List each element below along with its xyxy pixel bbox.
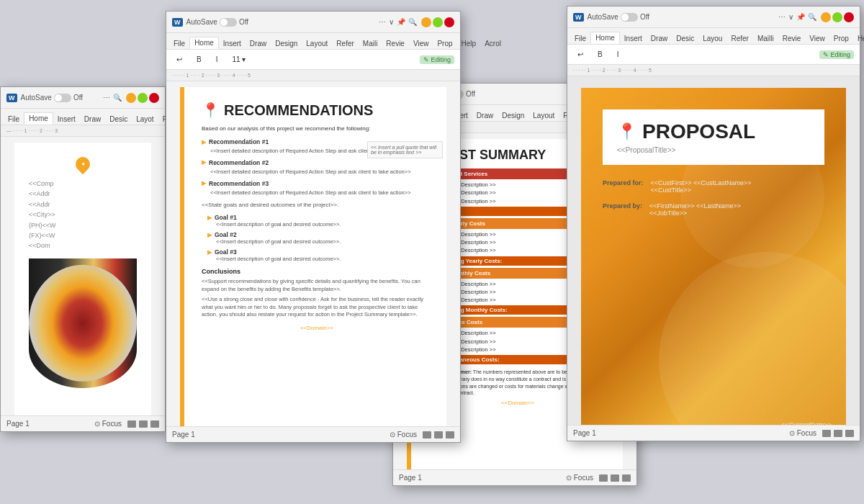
tab-insert-4[interactable]: Insert [620, 32, 647, 44]
dropdown-icon-2[interactable]: ∨ [389, 18, 394, 26]
view-icon-3a[interactable] [599, 474, 608, 482]
tab-design-1[interactable]: Desic [105, 113, 132, 125]
tab-file-2[interactable]: File [169, 37, 189, 49]
minimize-btn-4[interactable] [821, 12, 831, 22]
tab-review-2[interactable]: Revie [382, 37, 409, 49]
autosave-toggle-4[interactable] [621, 13, 638, 22]
view-icon-3c[interactable] [622, 474, 631, 482]
focus-btn-3[interactable]: ⊙ Focus [566, 474, 593, 482]
view-icon-1c[interactable] [150, 420, 159, 428]
goal1-item: ▶ Goal #1 <<Insert description of goal a… [207, 214, 432, 228]
status-bar-1: Page 1 ⊙ Focus [1, 415, 165, 431]
font-size-2[interactable]: 11 ▾ [228, 53, 250, 66]
ribbon-tools-4: ↩ B I ✎ Editing [567, 45, 860, 65]
tab-home-4[interactable]: Home [590, 32, 620, 44]
tab-view-2[interactable]: View [409, 37, 433, 49]
tab-file-4[interactable]: File [570, 32, 590, 44]
view-icon-2c[interactable] [446, 431, 454, 438]
undo-btn-4[interactable]: ↩ [573, 48, 588, 60]
search-icon-4[interactable]: 🔍 [808, 13, 816, 21]
view-icon-4a[interactable] [822, 430, 831, 437]
tab-refer-4[interactable]: Refer [726, 32, 752, 44]
tab-layout-2[interactable]: Layout [302, 37, 332, 49]
focus-btn-2[interactable]: ⊙ Focus [390, 431, 417, 438]
autosave-4: AutoSave Off [588, 13, 650, 22]
search-icon-2[interactable]: 🔍 [408, 18, 417, 26]
tab-file-1[interactable]: File [4, 113, 24, 125]
search-icon-1[interactable]: 🔍 [113, 94, 122, 102]
tab-draw-1[interactable]: Draw [80, 113, 105, 125]
tab-acro-2[interactable]: Acrol [480, 37, 505, 49]
expand-icon-1[interactable]: ⋯ [103, 94, 110, 102]
tab-layout-1[interactable]: Layot [132, 113, 158, 125]
autosave-toggle-1[interactable] [54, 94, 71, 102]
maximize-btn-1[interactable] [138, 93, 148, 103]
tab-insert-2[interactable]: Insert [219, 37, 246, 49]
view-icon-4b[interactable] [834, 430, 842, 437]
title-bar-1: W AutoSave Off ⋯ 🔍 [1, 87, 165, 109]
italic-btn-4[interactable]: I [613, 48, 624, 60]
doc-page-2: 📍 RECOMMENDATIONS Based on our analysis … [180, 87, 446, 426]
tab-insert-1[interactable]: Insert [53, 113, 80, 125]
doc-page-4: 📍 PROPOSAL <<ProposalTitle>> Prepared fo… [581, 88, 846, 425]
pull-quote-box: << Insert a pull quote that will be in e… [367, 141, 443, 158]
view-icon-2b[interactable] [434, 431, 443, 438]
minimize-btn-1[interactable] [126, 93, 136, 103]
rec3-section: ▶ Recommendation #3 <<Insert detailed de… [202, 180, 432, 197]
conclusions-title: Conclusions [202, 268, 432, 275]
pin-icon-4[interactable]: 📌 [796, 13, 805, 21]
tab-design-4[interactable]: Desic [672, 32, 698, 44]
tab-refer-2[interactable]: Refer [332, 37, 358, 49]
tab-mail-2[interactable]: Maili [359, 37, 382, 49]
word-window-1[interactable]: W AutoSave Off ⋯ 🔍 File Home Insert Draw… [0, 86, 166, 432]
tab-home-2[interactable]: Home [189, 37, 219, 49]
undo-btn-2[interactable]: ↩ [172, 53, 186, 66]
word-window-4[interactable]: W AutoSave Off ⋯ ∨ 📌 🔍 File Home Insert … [567, 6, 860, 441]
pin-icon-2[interactable]: 📌 [397, 18, 405, 26]
view-icon-4c[interactable] [845, 430, 854, 437]
minimize-btn-2[interactable] [421, 17, 431, 27]
expand-icon-2[interactable]: ⋯ [379, 18, 386, 26]
tab-layout-4[interactable]: Layou [698, 32, 726, 44]
tab-view-4[interactable]: View [805, 32, 829, 44]
tab-review-4[interactable]: Revie [778, 32, 806, 44]
maximize-btn-4[interactable] [832, 12, 842, 22]
view-icon-1a[interactable] [127, 420, 136, 428]
tab-prop-2[interactable]: Prop [433, 37, 456, 49]
view-icon-3b[interactable] [611, 474, 619, 482]
page-num-4: Page 1 [573, 429, 596, 437]
tab-design-3[interactable]: Design [498, 109, 528, 121]
bold-btn-2[interactable]: B [192, 53, 206, 66]
close-btn-4[interactable] [844, 12, 854, 22]
goal1-triangle: ▶ [207, 215, 212, 221]
tab-mail-4[interactable]: Mailli [753, 32, 778, 44]
tab-prop-4[interactable]: Prop [829, 32, 853, 44]
dropdown-icon-4[interactable]: ∨ [788, 13, 793, 21]
close-btn-1[interactable] [149, 93, 159, 103]
bold-btn-4[interactable]: B [593, 48, 607, 60]
tab-help-2[interactable]: Help [457, 37, 481, 49]
placeholder-fx: (FX)<<W [29, 230, 137, 240]
italic-btn-2[interactable]: I [212, 53, 222, 66]
page-num-3: Page 1 [399, 474, 422, 482]
maximize-btn-2[interactable] [433, 17, 443, 27]
tab-home-1[interactable]: Home [24, 112, 53, 125]
status-bar-3: Page 1 ⊙ Focus [393, 469, 636, 485]
tab-layout-3[interactable]: Layout [528, 109, 559, 121]
autosave-toggle-2[interactable] [220, 18, 237, 27]
tab-draw-3[interactable]: Draw [472, 109, 498, 121]
tab-draw-4[interactable]: Draw [647, 32, 672, 44]
word-window-2[interactable]: W AutoSave Off ⋯ ∨ 📌 🔍 File Home Insert … [166, 11, 461, 443]
view-icon-2a[interactable] [423, 431, 431, 438]
conclusion-text1: <<Support recommendations by giving spec… [202, 278, 432, 293]
view-icon-1b[interactable] [139, 420, 148, 428]
close-btn-2[interactable] [444, 17, 454, 27]
expand-icon-4[interactable]: ⋯ [778, 13, 786, 21]
focus-btn-1[interactable]: ⊙ Focus [94, 420, 122, 428]
rec2-section: ▶ Recommendation #2 <<Insert detailed de… [202, 159, 432, 176]
ruler-1: — · · · · 1 · · · · 2 · · · · 3 [1, 125, 165, 137]
focus-btn-4[interactable]: ⊙ Focus [789, 429, 816, 437]
tab-help-4[interactable]: Help [853, 32, 864, 44]
tab-draw-2[interactable]: Draw [246, 37, 271, 49]
tab-design-2[interactable]: Design [271, 37, 302, 49]
